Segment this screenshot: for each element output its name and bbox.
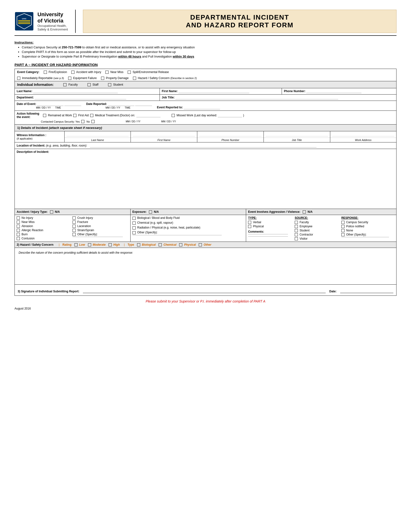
missed-work-date[interactable] [218,114,242,117]
immediately-reportable-option[interactable]: Immediately Reportable (see p.3) [17,76,64,80]
hazard-concern-checkbox[interactable] [133,77,136,80]
verbal-checkbox[interactable] [248,221,251,224]
laceration-checkbox[interactable] [73,225,76,228]
department-input[interactable] [35,96,126,99]
event-category-options1: Event Category: Fire/Explosion Accident … [17,70,394,74]
rating-moderate-option[interactable]: Moderate [88,243,106,247]
rating-moderate-checkbox[interactable] [88,243,91,247]
physical-checkbox[interactable] [248,225,251,228]
immediately-reportable-checkbox[interactable] [17,77,20,80]
medical-treatment-checkbox[interactable] [90,114,93,117]
type-other-option[interactable]: Other [199,243,211,247]
property-damage-option[interactable]: Property Damage [101,76,129,80]
faculty-checkbox[interactable] [63,83,66,86]
strain-checkbox[interactable] [73,229,76,232]
near-miss-injury-checkbox[interactable] [17,220,20,224]
campus-security-checkbox[interactable] [341,221,345,224]
injury-na-checkbox[interactable] [50,210,53,214]
first-aid-checkbox[interactable] [73,114,76,117]
spill-checkbox[interactable] [128,71,131,74]
missed-work-checkbox[interactable] [172,114,175,117]
source-contractor-checkbox[interactable] [295,233,298,236]
radiation-checkbox[interactable] [132,226,136,229]
description-textarea[interactable] [19,156,392,205]
source-faculty-checkbox[interactable] [295,221,298,224]
type-biological-option[interactable]: Biological [137,243,156,247]
no-injury-checkbox[interactable] [17,216,20,219]
rating-low-option[interactable]: Low [75,243,85,247]
other-response-checkbox[interactable] [341,233,345,236]
witness-input-address[interactable] [332,133,394,136]
type-chemical-checkbox[interactable] [159,243,162,247]
police-checkbox[interactable] [341,225,345,228]
bio-checkbox[interactable] [132,217,136,220]
source-student-checkbox[interactable] [295,229,298,232]
first-aid-option[interactable]: First Aid [73,114,88,117]
burn-checkbox[interactable] [17,233,20,236]
rating-high-option[interactable]: High [109,243,120,247]
rating-high-checkbox[interactable] [109,243,112,247]
accident-injury-option[interactable]: Accident with Injury [71,70,101,74]
type-other-checkbox[interactable] [199,243,202,247]
type-chemical-option[interactable]: Chemical [159,243,176,247]
near-miss-option[interactable]: Near Miss [105,70,123,74]
spill-option[interactable]: Spill/Environmental Release [128,70,169,74]
job-title-input[interactable] [175,96,338,99]
student-option[interactable]: Student [108,83,123,86]
location-input[interactable] [90,144,317,148]
remained-work-option[interactable]: Remained at Work [43,114,72,117]
type-physical-checkbox[interactable] [179,243,182,247]
equipment-failure-option[interactable]: Equipment Failure [68,76,96,80]
aggression-na-checkbox[interactable] [303,210,306,214]
contacted-yes-checkbox[interactable] [81,120,84,123]
witness-input-lastname[interactable] [66,133,129,136]
accident-injury-checkbox[interactable] [71,71,75,74]
time-event-input[interactable] [64,102,81,106]
remained-work-checkbox[interactable] [43,114,46,117]
other-exposure-checkbox[interactable] [132,231,136,234]
medical-treatment-option[interactable]: Medical Treatment (Doctor) on: [90,114,135,117]
other-injury-checkbox[interactable] [73,233,76,236]
crush-checkbox[interactable] [73,216,76,219]
aggression-na-option[interactable]: N/A [303,210,313,214]
staff-option[interactable]: Staff [87,83,98,86]
witness-input-phone[interactable] [199,133,262,136]
chemical-checkbox[interactable] [132,221,136,225]
injury-na-option[interactable]: N/A [50,210,60,214]
allergic-checkbox[interactable] [17,229,20,232]
rating-low-checkbox[interactable] [75,243,78,247]
type-biological-checkbox[interactable] [137,243,140,247]
location-cell: Location of Incident: (e.g. area, buildi… [15,142,396,149]
fire-explosion-checkbox[interactable] [44,71,47,74]
exposure-na-option[interactable]: N/A [149,210,159,214]
contusion-checkbox[interactable] [17,237,20,240]
staff-checkbox[interactable] [87,83,91,86]
equipment-failure-checkbox[interactable] [68,77,71,80]
hazard-concern-option[interactable]: Hazard / Safety Concern (Describe in sec… [133,76,197,80]
student-checkbox[interactable] [108,83,111,86]
event-reported-to-input[interactable] [184,105,220,109]
witness-input-4 [263,131,330,138]
property-damage-checkbox[interactable] [101,77,104,80]
last-name-input[interactable] [33,89,118,93]
faculty-option[interactable]: Faculty [63,83,78,86]
contacted-no-checkbox[interactable] [91,120,94,123]
fracture-checkbox[interactable] [73,220,76,224]
date-event-input[interactable] [37,102,64,106]
source-visitor-checkbox[interactable] [295,237,298,240]
phone-input[interactable] [306,89,361,93]
hazard-description-textarea[interactable] [19,256,392,281]
medical-treatment-date[interactable] [136,114,160,117]
none-checkbox[interactable] [341,229,345,232]
witness-input-firstname[interactable] [133,133,195,136]
first-name-input[interactable] [178,89,249,93]
exposure-na-checkbox[interactable] [149,210,152,214]
time-reported-input[interactable] [135,102,152,106]
abrasion-checkbox[interactable] [17,225,20,228]
fire-explosion-option[interactable]: Fire/Explosion [44,70,67,74]
source-employee-checkbox[interactable] [295,225,298,228]
near-miss-checkbox[interactable] [105,71,109,74]
witness-input-jobtitle[interactable] [266,133,328,136]
type-physical-option[interactable]: Physical [179,243,196,247]
date-reported-input[interactable] [108,102,134,106]
